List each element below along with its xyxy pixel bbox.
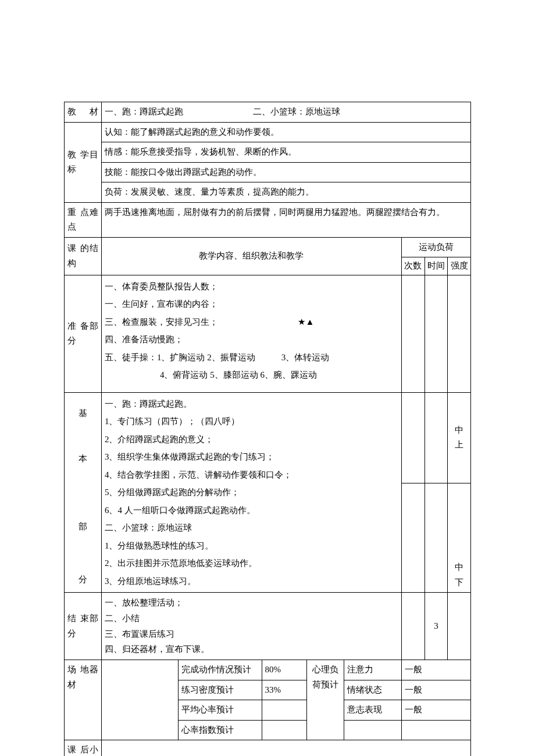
est-hrindex-value xyxy=(262,720,306,740)
est-density-label: 练习密度预计 xyxy=(179,680,262,700)
keypoint-label: 重 点难点 xyxy=(65,202,102,237)
main-label-4: 分 xyxy=(65,570,102,593)
main-times-2 xyxy=(401,483,425,593)
main-times-1 xyxy=(401,392,425,483)
summary-label: 课 后小结 xyxy=(65,740,102,757)
psy-will-label: 意志表现 xyxy=(344,700,401,721)
main-label-2: 本 xyxy=(65,435,102,483)
main-intensity-2: 中下 xyxy=(448,483,471,593)
summary-content xyxy=(101,740,470,757)
col-time: 时间 xyxy=(425,257,448,275)
main-line-6: 5、分组做蹲踞式起跑的分解动作； xyxy=(105,483,398,501)
star-triangle-icon: ★▲ xyxy=(298,317,314,327)
est-heartrate-value xyxy=(262,700,306,721)
end-line-2: 二、小结 xyxy=(105,611,398,626)
prep-times xyxy=(401,275,425,392)
main-line-11: 3、分组原地运球练习。 xyxy=(105,572,398,590)
main-line-3: 2、介绍蹲踞式起跑的意义； xyxy=(105,431,398,449)
main-line-2: 1、专门练习（四节）；（四八呼） xyxy=(105,413,398,431)
prep-line-2: 一、生问好，宣布课的内谷； xyxy=(105,295,398,313)
structure-label: 课 的结构 xyxy=(65,237,102,275)
end-line-4: 四、归还器材，宣布下课。 xyxy=(105,642,398,657)
psy-empty-value xyxy=(401,720,470,740)
main-label-3: 部 xyxy=(65,483,102,571)
est-density-value: 33% xyxy=(262,680,306,700)
psy-attention-label: 注意力 xyxy=(344,660,401,680)
end-line-3: 三、布置课后练习 xyxy=(105,626,398,642)
prep-line-4: 四、准备活动慢跑； xyxy=(105,331,398,349)
end-times xyxy=(401,593,425,660)
prep-line-7: 五、素质练习。 xyxy=(105,389,398,393)
lesson-plan-table: 教材 一、跑：蹲踞式起跑 二、小篮球：原地运球 教 学目标 认知：能了解蹲踞式起… xyxy=(64,102,471,756)
col-times: 次数 xyxy=(401,257,425,275)
psy-mood-label: 情绪状态 xyxy=(344,680,401,700)
goal-cognition: 认知：能了解蹲踞式起跑的意义和动作要领。 xyxy=(101,122,470,142)
prep-line-1: 一、体育委员整队报告人数； xyxy=(105,278,398,296)
main-line-1: 一、跑：蹲踞式起跑。 xyxy=(105,395,398,413)
prep-line-5: 五、徒手操：1、扩胸运动 2、振臂运动 3、体转运动 xyxy=(105,349,398,367)
psy-will-value: 一般 xyxy=(401,700,470,721)
main-time-2 xyxy=(425,483,448,593)
prep-line-6: 4、俯背运动 5、膝部运动 6、腕、踝运动 xyxy=(105,366,398,384)
main-time-1 xyxy=(425,392,448,483)
main-line-8: 二、小篮球：原地运球 xyxy=(105,519,398,537)
psy-load-label: 心理负荷预计 xyxy=(306,660,344,740)
material-label: 教材 xyxy=(65,102,102,123)
psy-mood-value: 一般 xyxy=(401,680,470,700)
end-intensity xyxy=(448,593,471,660)
load-header: 运动负荷 xyxy=(401,237,470,257)
end-label: 结 束部分 xyxy=(65,593,102,660)
field-label: 场 地器材 xyxy=(65,660,102,740)
prep-content: 一、体育委员整队报告人数； 一、生问好，宣布课的内谷； 三、检查服装，安排见习生… xyxy=(101,275,401,392)
main-line-9: 1、分组做熟悉球性的练习。 xyxy=(105,537,398,555)
prep-intensity xyxy=(448,275,471,392)
main-line-4: 3、组织学生集体做蹲踞式起跑的专门练习； xyxy=(105,448,398,466)
prep-line-3: 三、检查服装，安排见习生； ★▲ xyxy=(105,313,398,331)
prep-label: 准 备部分 xyxy=(65,275,102,392)
main-line-10: 2、出示挂图并示范原地低姿运球动作。 xyxy=(105,554,398,572)
goal-label: 教 学目标 xyxy=(65,122,102,202)
main-line-5: 4、结合教学挂图，示范、讲解动作要领和口令； xyxy=(105,466,398,484)
end-time: 3 xyxy=(425,593,448,660)
main-line-7: 6、4 人一组听口令做蹲踞式起跑动作。 xyxy=(105,501,398,519)
goal-skill: 技能：能按口令做出蹲踞式起跑的动作。 xyxy=(101,162,470,182)
psy-attention-value: 一般 xyxy=(401,660,470,680)
lesson-plan-page: 教材 一、跑：蹲踞式起跑 二、小篮球：原地运球 教 学目标 认知：能了解蹲踞式起… xyxy=(0,0,535,756)
main-intensity-1: 中上 xyxy=(448,392,471,483)
keypoint-text: 两手迅速推离地面，屈肘做有力的前后摆臂，同时两腿用力猛蹬地。两腿蹬摆结合有力。 xyxy=(101,202,470,237)
goal-load: 负荷：发展灵敏、速度、量力等素质，提高跑的能力。 xyxy=(101,182,470,203)
main-label-1: 基 xyxy=(65,392,102,435)
content-header: 教学内容、组织教法和教学 xyxy=(101,237,401,275)
field-content xyxy=(101,660,178,740)
goal-emotion: 情感：能乐意接受指导，发扬机智、果断的作风。 xyxy=(101,142,470,163)
est-hrindex-label: 心率指数预计 xyxy=(179,720,262,740)
main-content: 一、跑：蹲踞式起跑。 1、专门练习（四节）；（四八呼） 2、介绍蹲踞式起跑的意义… xyxy=(101,392,401,593)
material-text: 一、跑：蹲踞式起跑 二、小篮球：原地运球 xyxy=(101,102,470,123)
est-action-value: 80% xyxy=(262,660,306,680)
est-action-label: 完成动作情况预计 xyxy=(179,660,262,680)
end-content: 一、放松整理活动； 二、小结 三、布置课后练习 四、归还器材，宣布下课。 xyxy=(101,593,401,660)
prep-line-3a: 三、检查服装，安排见习生； xyxy=(105,317,218,327)
col-intensity: 强度 xyxy=(448,257,471,275)
est-heartrate-label: 平均心率预计 xyxy=(179,700,262,721)
end-line-1: 一、放松整理活动； xyxy=(105,595,398,611)
psy-empty-label xyxy=(344,720,401,740)
prep-time xyxy=(425,275,448,392)
